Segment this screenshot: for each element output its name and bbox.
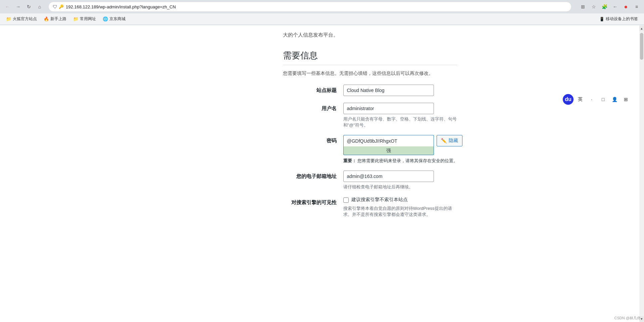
mobile-bookmarks[interactable]: 📱 移动设备上的书签 <box>597 15 641 23</box>
newbie-icon: 🔥 <box>44 16 49 21</box>
firefox-icon: 📁 <box>6 16 11 21</box>
hide-label: 隐藏 <box>449 138 458 144</box>
password-note: 重要： 您将需要此密码来登录，请将其保存在安全的位置。 <box>343 158 462 164</box>
checkbox-label: 建议搜索引擎不索引本站点 <box>351 197 408 203</box>
baidu-screen-btn[interactable]: □ <box>598 95 608 104</box>
browser-titlebar: ← → ↻ ⌂ 🛡 🔑 ⊞ ☆ 🧩 ← ● ≡ <box>0 0 644 13</box>
password-strength-bar: 强 <box>343 146 434 155</box>
password-input-row: 强 ✏️ 隐藏 <box>343 135 462 155</box>
baidu-grid-btn[interactable]: ⊞ <box>621 95 631 104</box>
bookmarks-bar: 📁 火狐官方站点 🔥 新手上路 📁 常用网址 🌐 京东商城 📱 移动设备上的书签 <box>0 13 644 25</box>
password-input[interactable] <box>343 135 434 146</box>
username-row: 用户名 用户名只能含有字母、数字、空格、下划线、连字符、句号和"@"符号。 <box>283 103 457 128</box>
install-form: 站点标题 用户名 用户名只能含有字母、数字、空格、下划线、连字符、句号和"@"符… <box>283 85 457 218</box>
bookmark-newbie[interactable]: 🔥 新手上路 <box>41 15 69 23</box>
browser-chrome: ← → ↻ ⌂ 🛡 🔑 ⊞ ☆ 🧩 ← ● ≡ 📁 火狐官方站点 🔥 <box>0 0 644 25</box>
password-label: 密码 <box>283 135 343 144</box>
shield-icon: 🛡 <box>53 4 57 9</box>
username-hint: 用户名只能含有字母、数字、空格、下划线、连字符、句号和"@"符号。 <box>343 116 457 128</box>
baidu-user-btn[interactable]: 👤 <box>610 95 619 104</box>
bookmark-common[interactable]: 📁 常用网址 <box>70 15 99 23</box>
search-visibility-desc: 搜索引擎将本着自觉自愿的原则对待WordPress提出的请求。并不是所有搜索引擎… <box>343 205 457 218</box>
bookmark-jd-label: 京东商城 <box>109 16 126 22</box>
password-field: 强 ✏️ 隐藏 重要： 您将需要此密码来登录，请将其保存在安全的位置。 <box>343 135 462 164</box>
password-note-text: 您将需要此密码来登录，请将其保存在安全的位置。 <box>357 158 458 163</box>
email-field: 请仔细检查电子邮箱地址后再继续。 <box>343 171 457 190</box>
username-label: 用户名 <box>283 103 343 112</box>
bookmark-firefox[interactable]: 📁 火狐官方站点 <box>3 15 40 23</box>
hide-icon: ✏️ <box>441 138 447 143</box>
wp-install-wrapper: 大的个人信息发布平台。 需要信息 您需要填写一些基本信息。无需担心填错，这些信息… <box>169 25 471 238</box>
search-visibility-field: 建议搜索引擎不索引本站点 搜索引擎将本着自觉自愿的原则对待WordPress提出… <box>343 197 457 218</box>
baidu-translate-btn[interactable]: 英 <box>576 95 585 104</box>
scrollbar: ▲ ▼ <box>639 25 644 322</box>
bookmark-firefox-label: 火狐官方站点 <box>13 16 37 22</box>
email-hint: 请仔细检查电子邮箱地址后再继续。 <box>343 184 457 190</box>
forward-button[interactable]: → <box>13 2 23 11</box>
scroll-track <box>639 31 644 316</box>
checkbox-row: 建议搜索引擎不索引本站点 <box>343 197 457 203</box>
hide-password-button[interactable]: ✏️ 隐藏 <box>437 135 462 146</box>
password-input-wrapper: 强 <box>343 135 434 155</box>
page-content: 大的个人信息发布平台。 需要信息 您需要填写一些基本信息。无需担心填错，这些信息… <box>0 25 639 322</box>
qr-code-button[interactable]: ⊞ <box>578 2 588 11</box>
search-visibility-row: 对搜索引擎的可见性 建议搜索引擎不索引本站点 搜索引擎将本着自觉自愿的原则对待W… <box>283 197 457 218</box>
csdn-footer: CSDN @林凡佟 <box>614 316 641 321</box>
extensions-button[interactable]: 🧩 <box>600 2 609 11</box>
mobile-bookmarks-icon: 📱 <box>599 17 604 21</box>
section-title: 需要信息 <box>283 50 457 65</box>
browser-toolbar-icons: ⊞ ☆ 🧩 ← ● ≡ <box>578 2 641 11</box>
address-bar-container: 🛡 🔑 <box>48 2 572 12</box>
baidu-logo-text: du <box>565 96 572 102</box>
search-visibility-label: 对搜索引擎的可见性 <box>283 197 343 206</box>
url-input[interactable] <box>66 4 567 9</box>
mobile-bookmarks-label: 移动设备上的书签 <box>606 16 638 22</box>
section-desc: 您需要填写一些基本信息。无需担心填错，这些信息以后可以再次修改。 <box>283 71 457 77</box>
scroll-thumb[interactable] <box>640 33 643 60</box>
email-row: 您的电子邮箱地址 请仔细检查电子邮箱地址后再继续。 <box>283 171 457 190</box>
bookmark-common-label: 常用网址 <box>80 16 96 22</box>
site-title-input[interactable] <box>343 85 434 96</box>
jd-icon: 🌐 <box>103 16 108 21</box>
email-label: 您的电子邮箱地址 <box>283 171 343 180</box>
home-button[interactable]: ⌂ <box>35 2 44 11</box>
baidu-dot-btn[interactable]: · <box>587 95 596 104</box>
password-row: 密码 强 ✏️ 隐藏 <box>283 135 457 164</box>
common-icon: 📁 <box>73 16 79 21</box>
browser-content: 大的个人信息发布平台。 需要信息 您需要填写一些基本信息。无需担心填错，这些信息… <box>0 25 644 322</box>
search-visibility-checkbox[interactable] <box>343 197 349 203</box>
password-strength-text: 强 <box>386 148 391 154</box>
password-note-strong: 重要： <box>343 158 356 163</box>
menu-button[interactable]: ≡ <box>632 2 641 11</box>
baidu-toolbar: du 英 · □ 👤 ⊞ <box>563 94 631 105</box>
baidu-logo[interactable]: du <box>563 94 574 105</box>
bookmark-jd[interactable]: 🌐 京东商城 <box>100 15 128 23</box>
username-input[interactable] <box>343 103 434 114</box>
back-button[interactable]: ← <box>3 2 12 11</box>
email-input[interactable] <box>343 171 434 182</box>
scroll-up-arrow[interactable]: ▲ <box>639 26 644 31</box>
site-title-field <box>343 85 457 96</box>
lock-icon: 🔑 <box>59 4 64 9</box>
profile-button[interactable]: ● <box>621 2 631 11</box>
bookmark-newbie-label: 新手上路 <box>50 16 66 22</box>
site-title-row: 站点标题 <box>283 85 457 96</box>
intro-text: 大的个人信息发布平台。 <box>283 32 457 42</box>
nav-back-button[interactable]: ← <box>610 2 620 11</box>
site-title-label: 站点标题 <box>283 85 343 94</box>
address-bar-icons: 🛡 🔑 <box>53 4 64 9</box>
username-field: 用户名只能含有字母、数字、空格、下划线、连字符、句号和"@"符号。 <box>343 103 457 128</box>
star-button[interactable]: ☆ <box>589 2 598 11</box>
refresh-button[interactable]: ↻ <box>24 2 34 11</box>
